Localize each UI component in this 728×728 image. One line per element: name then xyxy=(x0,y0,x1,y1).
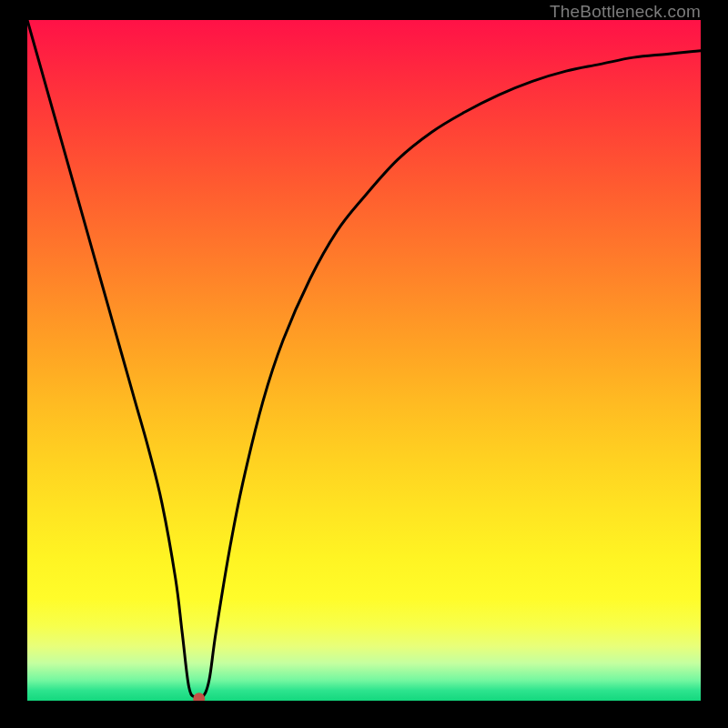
curve-svg xyxy=(27,20,701,701)
bottleneck-curve xyxy=(27,20,701,699)
watermark-text: TheBottleneck.com xyxy=(550,2,701,22)
chart-frame: TheBottleneck.com xyxy=(0,0,728,728)
plot-area xyxy=(27,20,701,701)
